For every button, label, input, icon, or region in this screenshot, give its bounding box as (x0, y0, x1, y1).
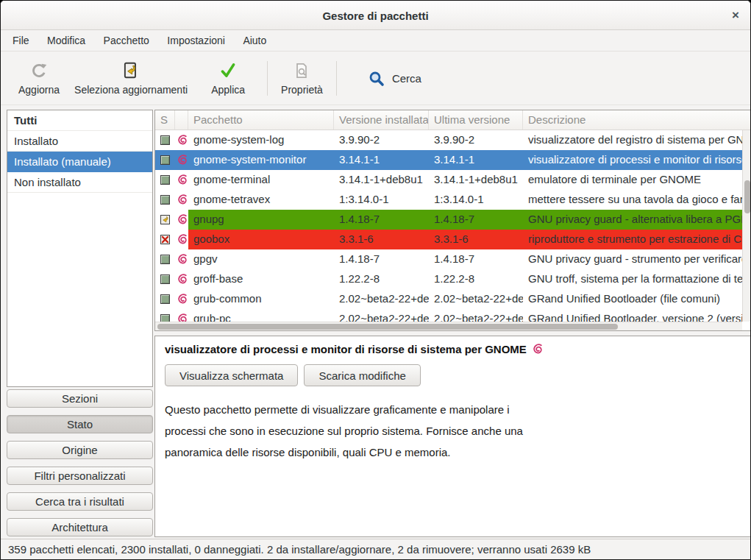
installed-version: 3.14.1-1+deb8u1 (334, 170, 429, 190)
installed-version: 3.3.1-6 (334, 230, 429, 249)
table-row[interactable]: gnome-terminal 3.14.1-1+deb8u1 3.14.1-1+… (155, 170, 742, 190)
properties-label: Proprietà (281, 84, 323, 96)
table-body: gnome-system-log 3.9.90-2 3.9.90-2 visua… (155, 130, 742, 322)
detail-description: Questo pacchetto permette di visualizzar… (165, 399, 741, 463)
package-description: GNU privacy guard - alternativa libera a… (523, 210, 742, 230)
table-row[interactable]: gnome-tetravex 1:3.14.0-1 1:3.14.0-1 met… (155, 190, 742, 210)
package-name: groff-base (188, 269, 334, 289)
sections-button[interactable]: Sezioni (7, 389, 153, 408)
status-remove-icon (160, 235, 170, 244)
menu-file[interactable]: File (5, 31, 37, 50)
vertical-scrollbar-thumb[interactable] (744, 180, 750, 213)
filter-installato-manuale[interactable]: Installato (manuale) (7, 152, 152, 172)
filter-tutti[interactable]: Tutti (7, 110, 152, 131)
table-row[interactable]: goobox 3.3.1-6 3.3.1-6 riproduttore e st… (155, 230, 742, 249)
table-row[interactable]: gnupg 1.4.18-7 1.4.18-7 GNU privacy guar… (155, 210, 742, 230)
column-header-icon[interactable] (175, 110, 188, 130)
status-installed-icon (160, 294, 170, 304)
debian-swirl-icon (175, 249, 188, 269)
installed-version: 1.4.18-7 (334, 210, 429, 230)
table-row[interactable]: grub-pc 2.02~beta2-22+deb8u1 2.02~beta2-… (155, 309, 742, 322)
table-row[interactable]: groff-base 1.22.2-8 1.22.2-8 GNU troff, … (155, 269, 742, 289)
debian-swirl-icon (175, 190, 188, 210)
latest-version: 1.4.18-7 (429, 210, 523, 230)
package-name: gnome-system-log (188, 130, 334, 150)
changelog-button[interactable]: Scarica modifiche (304, 364, 420, 386)
origin-button[interactable]: Origine (7, 441, 153, 459)
latest-version: 3.3.1-6 (429, 230, 523, 249)
properties-button[interactable]: Proprietà (274, 52, 330, 104)
status-installed-icon (160, 135, 170, 145)
debian-swirl-icon (175, 150, 188, 170)
status-installed-icon (160, 155, 170, 165)
custom-filters-button[interactable]: Filtri personalizzati (7, 467, 153, 485)
debian-swirl-icon (175, 230, 188, 249)
titlebar[interactable]: Gestore di pacchetti × (1, 1, 750, 30)
latest-version: 2.02~beta2-22+deb8u1 (429, 289, 523, 309)
package-description: visualizzatore di processi e monitor di … (523, 150, 742, 170)
architecture-button[interactable]: Architettura (7, 518, 153, 536)
filter-non-installato[interactable]: Non installato (7, 172, 152, 193)
vertical-scrollbar[interactable] (742, 130, 751, 322)
table-row[interactable]: gnome-system-monitor 3.14.1-1 3.14.1-1 v… (155, 150, 742, 170)
installed-version: 2.02~beta2-22+deb8u1 (334, 309, 429, 322)
mark-upgrades-icon (121, 61, 140, 80)
package-name: gnome-system-monitor (188, 150, 334, 170)
table-row[interactable]: grub-common 2.02~beta2-22+deb8u1 2.02~be… (155, 289, 742, 309)
installed-version: 3.9.90-2 (334, 130, 429, 150)
package-description: mettere tessere su una tavola da gioco e… (523, 190, 742, 210)
package-name: goobox (188, 230, 334, 249)
latest-version: 3.9.90-2 (429, 130, 523, 150)
mark-upgrades-label: Seleziona aggiornamenti (74, 84, 188, 96)
status-installed-icon (160, 255, 170, 264)
package-description: GRand Unified Bootloader (file comuni) (523, 289, 742, 309)
apply-button[interactable]: Applica (204, 52, 252, 104)
filter-list: Tutti Installato Installato (manuale) No… (7, 110, 153, 387)
screenshot-button[interactable]: Visualizza schermata (165, 364, 298, 386)
package-description: emulatore di terminale per GNOME (523, 170, 742, 190)
table-header: S Pacchetto Versione installata Ultima v… (155, 110, 751, 130)
menu-impostazioni[interactable]: Impostazioni (160, 31, 232, 50)
horizontal-scrollbar-thumb[interactable] (157, 324, 618, 330)
mark-upgrades-button[interactable]: Seleziona aggiornamenti (67, 52, 195, 104)
package-name: gnome-terminal (188, 170, 334, 190)
installed-version: 3.14.1-1 (334, 150, 429, 170)
detail-description-line: processi che sono in esecuzione sul prop… (165, 420, 741, 442)
search-button[interactable]: Cerca (368, 52, 421, 104)
latest-version: 1.22.2-8 (429, 269, 523, 289)
horizontal-scrollbar[interactable] (155, 322, 742, 330)
column-header-package[interactable]: Pacchetto (188, 110, 334, 130)
search-results-button[interactable]: Cerca tra i risultati (7, 492, 153, 511)
package-name: grub-pc (188, 309, 334, 322)
debian-swirl-icon (175, 170, 188, 190)
latest-version: 1.4.18-7 (429, 249, 523, 269)
menu-aiuto[interactable]: Aiuto (235, 31, 274, 50)
column-header-latest-version[interactable]: Ultima versione (429, 110, 523, 130)
package-description: GNU privacy guard - strumento per verifi… (523, 249, 742, 269)
menu-modifica[interactable]: Modifica (40, 31, 93, 50)
column-header-status[interactable]: S (155, 110, 175, 130)
table-row[interactable]: gpgv 1.4.18-7 1.4.18-7 GNU privacy guard… (155, 249, 742, 269)
installed-version: 1.4.18-7 (334, 249, 429, 269)
update-button[interactable]: Aggiorna (11, 52, 67, 104)
menubar: File Modifica Pacchetto Impostazioni Aiu… (1, 31, 750, 52)
status-button[interactable]: Stato (7, 415, 153, 433)
menu-pacchetto[interactable]: Pacchetto (96, 31, 157, 50)
package-name: gnupg (188, 210, 334, 230)
column-header-description[interactable]: Descrizione (523, 110, 751, 130)
status-installed-icon (160, 274, 170, 284)
debian-swirl-icon (175, 269, 188, 289)
latest-version: 3.14.1-1+deb8u1 (429, 170, 523, 190)
toolbar: Aggiorna Seleziona aggiornamenti Applica (1, 52, 750, 105)
debian-swirl-icon (175, 130, 188, 150)
debian-swirl-icon (175, 309, 188, 322)
table-row[interactable]: gnome-system-log 3.9.90-2 3.9.90-2 visua… (155, 130, 742, 150)
close-icon[interactable]: × (728, 8, 743, 23)
package-manager-window: Gestore di pacchetti × File Modifica Pac… (0, 0, 751, 560)
search-icon (368, 70, 385, 88)
column-header-installed-version[interactable]: Versione installata (334, 110, 429, 130)
filter-installato[interactable]: Installato (7, 131, 152, 152)
refresh-icon (29, 61, 49, 80)
details-panel: visualizzatore di processi e monitor di … (154, 336, 751, 537)
package-name: grub-common (188, 289, 334, 309)
